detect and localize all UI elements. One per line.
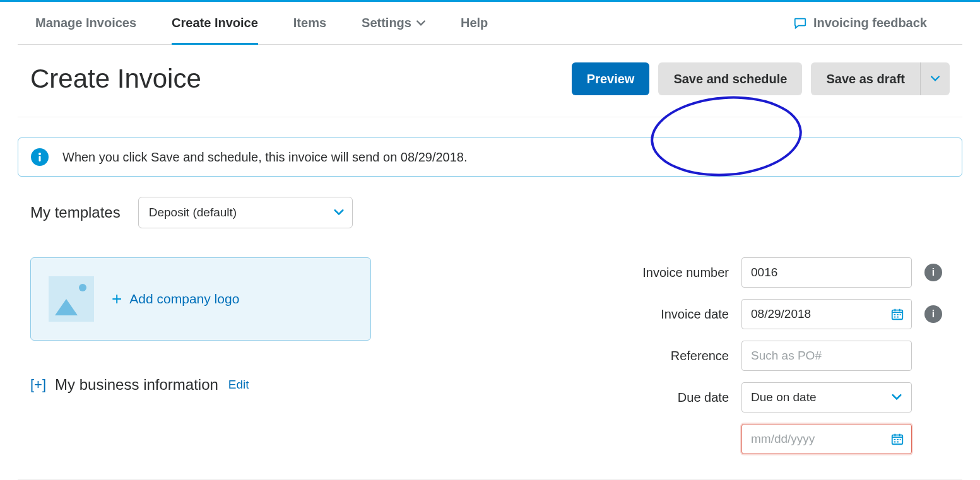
svg-rect-18 (894, 442, 896, 443)
invoice-form: + Add company logo [+] My business infor… (18, 257, 962, 454)
image-placeholder-icon (49, 276, 94, 322)
expand-toggle[interactable]: [+] (30, 377, 46, 393)
invoice-date-info-icon[interactable]: i (924, 305, 942, 323)
nav-label: Settings (362, 16, 411, 30)
nav-manage-invoices[interactable]: Manage Invoices (18, 2, 154, 44)
nav-settings[interactable]: Settings (344, 2, 443, 44)
due-date-date-input-wrap (741, 424, 912, 454)
svg-rect-19 (897, 442, 899, 443)
invoice-number-info-icon[interactable]: i (924, 264, 942, 281)
svg-rect-15 (894, 439, 896, 440)
nav-label: Help (461, 16, 488, 30)
svg-rect-6 (894, 314, 896, 315)
invoice-number-input[interactable] (741, 257, 912, 288)
top-nav: Manage Invoices Create Invoice Items Set… (18, 2, 962, 45)
chevron-down-icon (931, 76, 940, 82)
template-select-value: Deposit (default) (138, 197, 353, 228)
plus-icon: + (112, 289, 122, 309)
reference-label: Reference (642, 349, 729, 363)
nav-label: Items (293, 16, 326, 30)
due-date-date-input[interactable] (741, 424, 912, 454)
chevron-down-icon (892, 394, 902, 401)
business-info-row: [+] My business information Edit (30, 376, 396, 394)
reference-input-wrap (741, 341, 912, 371)
info-banner: When you click Save and schedule, this i… (18, 138, 962, 177)
svg-rect-7 (897, 314, 899, 315)
edit-link[interactable]: Edit (228, 378, 249, 392)
nav-create-invoice[interactable]: Create Invoice (154, 2, 276, 44)
page-header: Create Invoice Preview Save and schedule… (18, 45, 962, 117)
preview-button[interactable]: Preview (572, 62, 650, 95)
svg-rect-17 (900, 439, 901, 440)
nav-label: Manage Invoices (35, 16, 136, 30)
invoice-date-input-wrap (741, 299, 912, 329)
info-text: When you click Save and schedule, this i… (62, 150, 468, 165)
nav-help[interactable]: Help (443, 2, 505, 44)
feedback-link[interactable]: Invoicing feedback (793, 16, 962, 30)
save-draft-dropdown-toggle[interactable] (921, 62, 950, 95)
svg-rect-16 (897, 439, 899, 440)
calendar-icon[interactable] (890, 307, 904, 321)
add-logo-label: Add company logo (129, 291, 239, 307)
add-logo-dropzone[interactable]: + Add company logo (30, 257, 371, 341)
save-schedule-button[interactable]: Save and schedule (658, 62, 802, 95)
template-select[interactable]: Deposit (default) (138, 197, 353, 228)
page-title: Create Invoice (30, 64, 563, 94)
svg-rect-8 (900, 314, 901, 315)
svg-point-0 (38, 153, 41, 155)
business-info-label: My business information (55, 376, 218, 394)
calendar-icon[interactable] (890, 432, 904, 446)
nav-items[interactable]: Items (276, 2, 344, 44)
save-draft-button[interactable]: Save as draft (811, 62, 921, 95)
reference-input[interactable] (741, 341, 912, 371)
templates-label: My templates (30, 204, 121, 221)
invoice-date-input[interactable] (741, 299, 912, 329)
invoice-number-label: Invoice number (642, 266, 729, 280)
due-date-label: Due date (642, 390, 729, 405)
templates-row: My templates Deposit (default) (18, 189, 962, 236)
chevron-down-icon (416, 19, 425, 28)
invoice-number-input-wrap (741, 257, 912, 288)
nav-label: Create Invoice (172, 16, 258, 30)
svg-rect-1 (39, 156, 41, 161)
svg-rect-10 (897, 317, 899, 318)
invoice-date-label: Invoice date (642, 307, 729, 322)
comment-icon (793, 16, 807, 30)
svg-rect-9 (894, 317, 896, 318)
due-date-select-wrap[interactable]: Due on date (741, 382, 912, 413)
feedback-label: Invoicing feedback (813, 16, 927, 30)
save-draft-split-button: Save as draft (811, 62, 950, 95)
due-date-select-value: Due on date (741, 382, 912, 413)
info-icon (31, 148, 49, 166)
